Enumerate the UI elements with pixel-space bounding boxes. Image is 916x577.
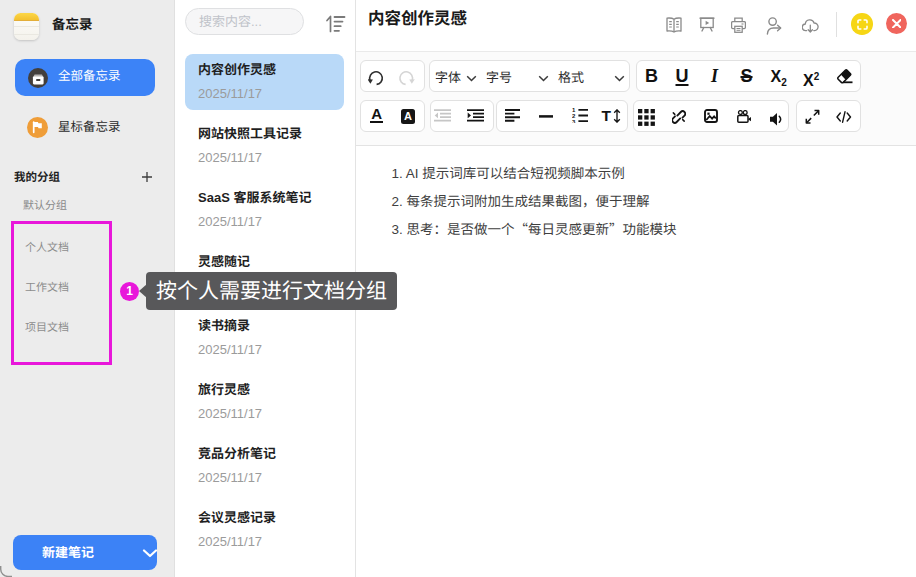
svg-text:3: 3 xyxy=(572,119,576,124)
